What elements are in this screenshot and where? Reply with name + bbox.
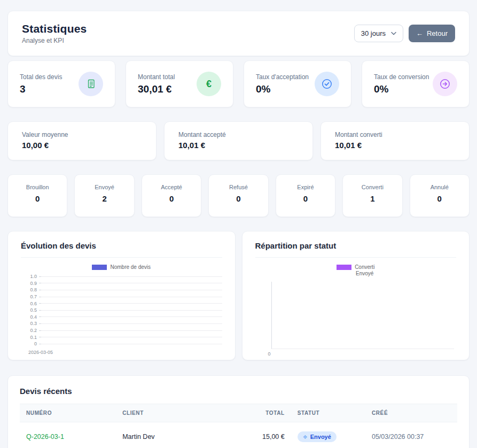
status-card-expire: Expiré 0	[276, 174, 335, 217]
status-card-accepte: Accepté 0	[142, 174, 201, 217]
kpi-value: 0%	[374, 83, 429, 95]
amount-value: 10,00 €	[22, 141, 142, 150]
y-tick: 0.7	[21, 294, 39, 299]
column-header-client: Client	[116, 404, 243, 422]
legend-swatch-converti	[337, 265, 351, 270]
y-tick: 0.5	[21, 307, 39, 313]
column-header-statut: Statut	[291, 404, 365, 422]
page-subtitle: Analyse et KPI	[22, 37, 87, 44]
amount-card-montant-accepte: Montant accepté 10,01 €	[164, 121, 313, 160]
amount-value: 10,01 €	[335, 141, 455, 150]
repartition-legend: Converti Envoyé	[255, 264, 457, 276]
status-badge: ❖ Envoyé	[298, 431, 337, 442]
amount-label: Montant accepté	[178, 131, 299, 138]
back-button-label: Retour	[427, 29, 448, 37]
header-controls: 30 jours ← Retour	[354, 25, 455, 42]
table-header-row: Numéro Client Total Statut Créé	[20, 404, 457, 422]
chart-title: Évolution des devis	[21, 241, 222, 258]
period-select-value: 30 jours	[361, 29, 386, 37]
status-value: 0	[145, 194, 198, 203]
x-axis-label: 2026-03-05	[28, 350, 222, 355]
amounts-row: Valeur moyenne 10,00 € Montant accepté 1…	[7, 121, 470, 160]
y-tick: 0.8	[21, 287, 39, 292]
status-card-refuse: Refusé 0	[208, 174, 268, 217]
table-row: Q-2026-03-1 Martin Dev 15,00 € ❖ Envoyé …	[20, 422, 457, 448]
euro-icon: €	[197, 72, 221, 96]
x-tick-zero: 0	[268, 351, 457, 357]
created-cell: 05/03/2026 00:37	[365, 422, 457, 448]
amount-card-valeur-moyenne: Valeur moyenne 10,00 €	[7, 121, 157, 160]
status-value: 2	[78, 194, 130, 203]
amount-value: 10,01 €	[178, 141, 299, 150]
y-tick: 0.6	[21, 301, 39, 306]
amount-label: Valeur moyenne	[22, 131, 142, 138]
kpi-card-taux-conversion: Taux de conversion 0%	[362, 60, 470, 107]
status-label: Annulé	[413, 184, 466, 190]
client-cell: Martin Dev	[116, 422, 243, 448]
y-tick: 1.0	[21, 274, 39, 279]
status-badge-label: Envoyé	[310, 434, 331, 440]
check-circle-icon	[315, 72, 339, 96]
total-cell: 15,00 €	[243, 422, 291, 448]
page-header: Statistiques Analyse et KPI 30 jours ← R…	[7, 11, 470, 56]
header-titles: Statistiques Analyse et KPI	[22, 22, 87, 44]
status-card-annule: Annulé 0	[410, 174, 470, 217]
period-select[interactable]: 30 jours	[354, 25, 403, 42]
evolution-plot-area: 1.0 0.9 0.8 0.7 0.6 0.5 0.4 0.3 0.2 0.1 …	[21, 273, 222, 355]
kpi-label: Montant total	[138, 73, 175, 81]
legend-label: Converti	[355, 264, 374, 270]
status-value: 0	[212, 194, 264, 203]
status-card-envoye: Envoyé 2	[74, 174, 134, 217]
back-button[interactable]: ← Retour	[409, 25, 455, 42]
column-header-total: Total	[243, 404, 291, 422]
legend-swatch-nombre-devis	[92, 265, 107, 270]
status-value: 0	[11, 194, 64, 203]
statistics-page: Statistiques Analyse et KPI 30 jours ← R…	[0, 0, 477, 448]
status-badge-icon: ❖	[303, 434, 308, 440]
amount-card-montant-converti: Montant converti 10,01 €	[320, 121, 470, 160]
arrow-left-icon: ←	[416, 29, 423, 37]
status-value: 0	[279, 194, 332, 203]
page-title: Statistiques	[22, 22, 87, 35]
kpi-value: 0%	[256, 83, 309, 95]
legend-label: Nombre de devis	[110, 264, 151, 270]
status-value: 1	[346, 194, 398, 203]
y-tick: 0.2	[21, 328, 39, 333]
status-card-converti: Converti 1	[342, 174, 402, 217]
y-tick: 0.9	[21, 281, 39, 286]
chart-title: Répartition par statut	[255, 241, 457, 258]
evolution-legend: Nombre de devis	[21, 264, 222, 270]
status-label: Envoyé	[78, 184, 130, 190]
kpi-value: 3	[20, 83, 62, 95]
y-tick: 0.3	[21, 321, 39, 326]
arrow-right-circle-icon	[433, 72, 457, 96]
status-label: Refusé	[212, 184, 264, 190]
y-tick: 0	[21, 341, 39, 346]
status-label: Accepté	[145, 184, 198, 190]
recent-quotes-card: Devis récents Numéro Client Total Statut…	[7, 375, 470, 448]
y-tick: 0.1	[21, 335, 39, 340]
status-label: Converti	[346, 184, 398, 190]
y-tick: 0.4	[21, 314, 39, 320]
column-header-cree: Créé	[365, 404, 457, 422]
kpi-row: Total des devis 3 Montant total 30,01 € …	[7, 60, 470, 107]
kpi-label: Taux de conversion	[374, 73, 429, 81]
document-icon	[79, 72, 103, 96]
status-row: Brouillon 0 Envoyé 2 Accepté 0 Refusé 0 …	[7, 174, 470, 217]
status-card-brouillon: Brouillon 0	[7, 174, 67, 217]
legend-label: Envoyé	[356, 271, 373, 276]
kpi-card-total-devis: Total des devis 3	[7, 60, 115, 107]
quote-number-link[interactable]: Q-2026-03-1	[26, 433, 64, 441]
kpi-label: Total des devis	[20, 73, 62, 81]
status-label: Brouillon	[11, 184, 64, 190]
status-label: Expiré	[279, 184, 332, 190]
column-header-numero: Numéro	[20, 404, 116, 422]
chart-card-evolution: Évolution des devis Nombre de devis 1.0 …	[7, 231, 236, 360]
recent-quotes-title: Devis récents	[20, 387, 457, 396]
amount-label: Montant converti	[335, 131, 455, 138]
kpi-label: Taux d'acceptation	[256, 73, 309, 81]
charts-row: Évolution des devis Nombre de devis 1.0 …	[7, 231, 470, 360]
kpi-card-taux-acceptation: Taux d'acceptation 0%	[244, 60, 351, 107]
chevron-down-icon	[391, 32, 396, 35]
kpi-value: 30,01 €	[138, 83, 175, 95]
